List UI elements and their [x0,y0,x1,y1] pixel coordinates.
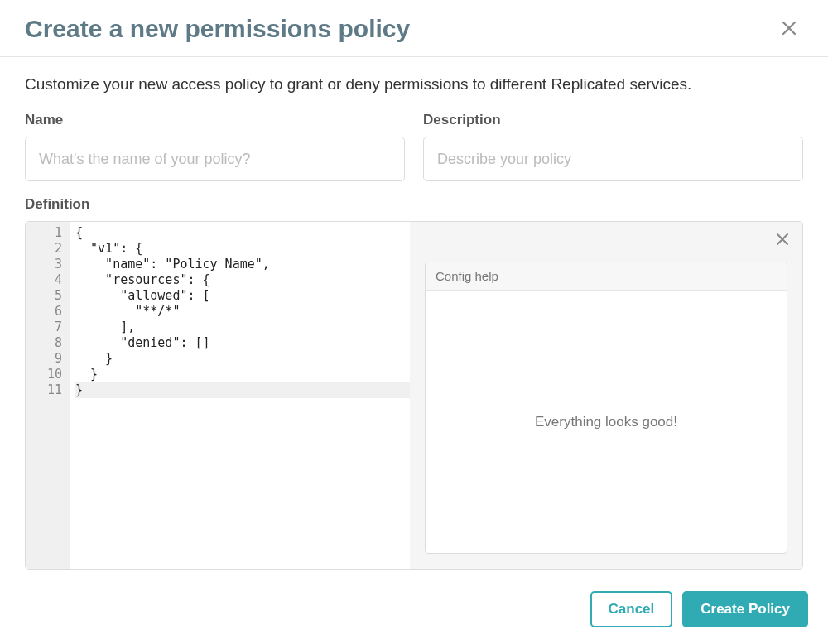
editor-content[interactable]: { "v1": { "name": "Policy Name", "resour… [70,222,410,569]
code-line[interactable]: { [75,225,410,241]
definition-label: Definition [25,196,803,213]
code-editor[interactable]: 1234567891011 { "v1": { "name": "Policy … [26,222,410,569]
code-line[interactable]: } [75,367,410,382]
line-number: 11 [26,382,70,398]
code-line[interactable]: "resources": { [75,272,410,288]
modal-body: Customize your new access policy to gran… [0,57,828,578]
description-group: Description [423,112,803,181]
line-number: 4 [26,272,70,288]
modal-header: Create a new permissions policy [0,0,828,57]
definition-section: Definition 1234567891011 { "v1": { "name… [25,196,803,570]
code-line[interactable]: "v1": { [75,241,410,257]
form-row: Name Description [25,112,803,181]
name-group: Name [25,112,405,181]
cancel-button[interactable]: Cancel [590,591,673,627]
intro-text: Customize your new access policy to gran… [25,75,803,94]
line-number: 6 [26,304,70,320]
modal-footer: Cancel Create Policy [0,578,828,644]
editor-gutter: 1234567891011 [26,222,70,569]
definition-row: 1234567891011 { "v1": { "name": "Policy … [25,221,803,570]
code-line[interactable]: "allowed": [ [75,288,410,304]
help-status-message: Everything looks good! [426,291,787,553]
line-number: 5 [26,288,70,304]
code-line[interactable]: "**/*" [75,304,410,320]
help-panel: Config help Everything looks good! [410,222,802,569]
code-line[interactable]: } [75,351,410,367]
code-line[interactable]: "denied": [] [75,335,410,351]
description-input[interactable] [423,137,803,181]
close-icon[interactable] [775,16,803,42]
name-label: Name [25,112,405,128]
help-box-title: Config help [426,262,787,291]
code-line[interactable]: "name": "Policy Name", [75,257,410,272]
code-line[interactable]: ], [75,320,410,335]
description-label: Description [423,112,803,128]
create-policy-modal: Create a new permissions policy Customiz… [0,0,828,644]
code-line[interactable]: } [75,382,410,398]
line-number: 9 [26,351,70,367]
line-number: 3 [26,257,70,272]
line-number: 10 [26,367,70,382]
help-close-icon[interactable] [776,232,789,248]
name-input[interactable] [25,137,405,181]
line-number: 1 [26,225,70,241]
help-box: Config help Everything looks good! [425,262,787,554]
line-number: 8 [26,335,70,351]
create-policy-button[interactable]: Create Policy [682,591,808,627]
line-number: 7 [26,320,70,335]
line-number: 2 [26,241,70,257]
modal-title: Create a new permissions policy [25,15,410,43]
